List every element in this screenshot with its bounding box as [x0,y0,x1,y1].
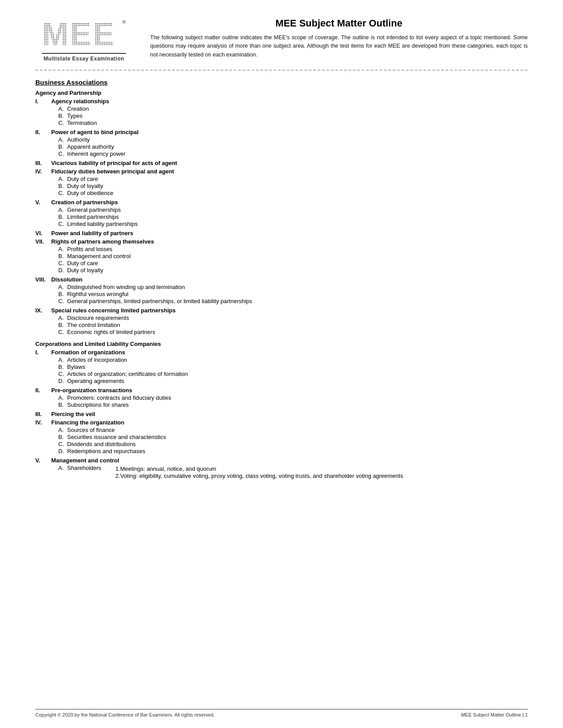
roman-num-corp-3: III. [35,411,51,417]
alpha-list-2: A. Authority B. Apparent authority C. In… [51,136,528,157]
alpha-text: Types [67,113,83,119]
roman-item-corp-3: III. Piercing the veil [35,411,528,417]
alpha-text: The control limitation [67,322,120,328]
alpha-text: Distinguished from winding up and termin… [67,284,185,290]
roman-item-corp-2: II. Pre-organization transactions A. Pro… [35,387,528,409]
logo-wrapper: MEE ® Multistate Essay Examination [42,18,126,62]
alpha-letter: C. [51,298,67,304]
footer: Copyright © 2020 by the National Confere… [35,709,528,717]
alpha-text: Duty of loyalty [67,267,103,274]
list-item: C. Articles of organization; certificate… [51,371,528,377]
alpha-text: Articles of organization; certificates o… [67,371,188,377]
numeric-num: 2. [101,473,120,479]
alpha-letter: B. [51,253,67,259]
roman-label-corp-5: Management and control [51,457,119,464]
list-item: C. Duty of obedience [51,190,528,196]
alpha-letter: A. [51,427,67,433]
alpha-list-corp-2: A. Promoters: contracts and fiduciary du… [51,394,528,408]
roman-item-5: V. Creation of partnerships A. General p… [35,199,528,228]
alpha-list-corp-1: A. Articles of incorporation B. Bylaws C… [51,356,528,384]
roman-label-3: Vicarious liability of principal for act… [51,160,177,166]
alpha-text: General partnerships, limited partnershi… [67,298,252,304]
list-item: D. Duty of loyalty [51,267,528,274]
alpha-text: Management and control [67,253,131,259]
alpha-text: Redemptions and repurchases [67,448,145,454]
roman-content-8: Dissolution A. Distinguished from windin… [51,276,528,305]
alpha-letter: A. [51,176,67,182]
roman-content-corp-4: Financing the organization A. Sources of… [51,419,528,455]
numeric-num: 1. [101,465,120,472]
list-item: C. Limited liability partnerships [51,221,528,227]
roman-label-2: Power of agent to bind principal [51,129,139,135]
list-item: A. Creation [51,105,528,112]
alpha-letter: D. [51,378,67,384]
list-item: A. Sources of finance [51,427,528,433]
list-item: C. Economic rights of limited partners [51,329,528,335]
list-item: D. Redemptions and repurchases [51,448,528,454]
roman-item-2: II. Power of agent to bind principal A. … [35,129,528,158]
roman-item-1: I. Agency relationships A. Creation B. T… [35,98,528,127]
list-item: B. Bylaws [51,364,528,370]
list-item: C. General partnerships, limited partner… [51,298,528,304]
alpha-text: Limited partnerships [67,214,119,220]
list-item: A. Profits and losses [51,246,528,252]
alpha-list-4: A. Duty of care B. Duty of loyalty C. Du… [51,176,528,196]
roman-label-corp-4: Financing the organization [51,419,124,426]
list-item: B. Types [51,113,528,119]
alpha-letter: C. [51,190,67,196]
alpha-list-1: A. Creation B. Types C. Termination [51,105,528,126]
roman-label-6: Power and liability of partners [51,230,133,236]
alpha-list-7: A. Profits and losses B. Management and … [51,246,528,274]
alpha-letter: B. [51,364,67,370]
subsection-title-agency: Agency and Partnership [35,90,528,96]
svg-rect-2 [42,18,121,49]
list-item: A. Shareholders 1. Meetings: annual, not… [51,465,528,480]
roman-content-corp-5: Management and control A. Shareholders 1… [51,457,528,481]
alpha-letter: B. [51,143,67,150]
roman-label-corp-1: Formation of organizations [51,349,125,356]
roman-content-5: Creation of partnerships A. General part… [51,199,528,228]
header: MEE ® Multistate Essay Examination MEE S… [35,18,528,62]
numeric-text: Meetings: annual, notice, and quorum [120,465,216,472]
alpha-text: Limited liability partnerships [67,221,138,227]
alpha-text: General partnerships [67,206,121,213]
list-item: C. Duty of care [51,260,528,266]
mee-logo-svg: MEE [42,18,121,49]
roman-item-9: IX. Special rules concerning limited par… [35,307,528,336]
alpha-letter: D. [51,267,67,274]
list-item: A. Disclosure requirements [51,315,528,321]
section-title-business-associations: Business Associations [35,79,528,86]
roman-num-3: III. [35,160,51,166]
alpha-letter: D. [51,448,67,454]
roman-content-3: Vicarious liability of principal for act… [51,160,528,166]
list-item: B. Subscriptions for shares [51,402,528,408]
alpha-letter: B. [51,214,67,220]
roman-item-corp-5: V. Management and control A. Shareholder… [35,457,528,481]
alpha-text: Disclosure requirements [67,315,129,321]
roman-item-4: IV. Fiduciary duties between principal a… [35,168,528,197]
alpha-letter: A. [51,465,67,480]
alpha-text: Promoters: contracts and fiduciary dutie… [67,394,171,401]
roman-item-corp-4: IV. Financing the organization A. Source… [35,419,528,455]
roman-num-8: VIII. [35,276,51,305]
alpha-text: Authority [67,136,90,143]
roman-num-5: V. [35,199,51,228]
roman-num-corp-4: IV. [35,419,51,455]
roman-num-9: IX. [35,307,51,336]
alpha-letter: C. [51,371,67,377]
alpha-letter: C. [51,150,67,157]
alpha-letter: C. [51,221,67,227]
alpha-letter: A. [51,356,67,363]
list-item: 2. Voting: eligibility, cumulative votin… [101,473,403,479]
list-item: A. Articles of incorporation [51,356,528,363]
list-item: B. The control limitation [51,322,528,328]
alpha-text: Duty of care [67,260,98,266]
list-item: C. Inherent agency power [51,150,528,157]
alpha-text: Sources of finance [67,427,115,433]
alpha-letter: A. [51,206,67,213]
alpha-text: Dividends and distributions [67,441,136,447]
alpha-text: Inherent agency power [67,150,125,157]
agency-outline: I. Agency relationships A. Creation B. T… [35,98,528,336]
header-right: MEE Subject Matter Outline The following… [150,18,528,59]
roman-label-4: Fiduciary duties between principal and a… [51,168,174,175]
